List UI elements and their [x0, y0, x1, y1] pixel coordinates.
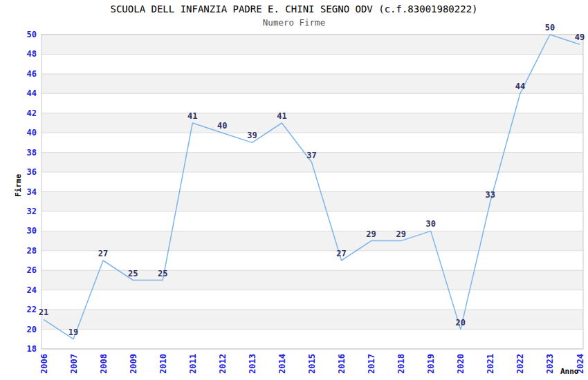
data-label: 40 [217, 121, 227, 131]
data-label: 33 [486, 190, 495, 200]
data-label: 21 [39, 307, 48, 317]
data-label: 39 [247, 131, 257, 140]
plot-band [42, 74, 583, 93]
y-tick-label: 28 [27, 246, 37, 256]
data-label: 41 [187, 111, 197, 121]
data-label: 50 [545, 23, 555, 32]
data-label: 29 [396, 229, 405, 239]
x-tick-label: 2006 [39, 354, 49, 374]
y-tick-label: 46 [27, 69, 37, 79]
plot-band [42, 35, 583, 54]
data-label: 25 [128, 269, 138, 278]
data-label: 29 [366, 229, 376, 239]
plot-band [42, 231, 583, 250]
y-tick-label: 24 [27, 285, 37, 295]
x-tick-label: 2007 [69, 354, 79, 374]
plot-band [42, 192, 583, 211]
y-tick-label: 40 [27, 128, 37, 137]
x-tick-label: 2023 [545, 354, 555, 374]
data-label: 44 [515, 82, 525, 91]
x-tick-label: 2018 [396, 354, 406, 374]
x-tick-label: 2010 [158, 354, 168, 374]
y-tick-label: 50 [27, 30, 37, 39]
data-label: 27 [336, 249, 346, 258]
data-label: 37 [306, 151, 316, 160]
y-tick-label: 20 [27, 325, 37, 334]
data-label: 25 [158, 269, 167, 278]
x-tick-label: 2016 [337, 354, 347, 374]
y-tick-label: 34 [27, 187, 37, 197]
x-tick-label: 2009 [129, 354, 138, 374]
x-tick-label: 2022 [515, 354, 525, 374]
x-axis-title: Anno [560, 367, 579, 376]
data-label: 30 [425, 219, 435, 229]
x-tick-label: 2012 [218, 354, 228, 374]
data-label: 27 [98, 249, 108, 258]
data-label: 49 [575, 32, 585, 42]
y-tick-label: 42 [27, 108, 37, 118]
data-label: 41 [277, 111, 286, 121]
y-tick-label: 44 [27, 88, 37, 98]
data-label: 20 [456, 318, 466, 327]
y-tick-label: 26 [27, 265, 37, 275]
y-tick-label: 36 [27, 167, 37, 177]
x-tick-label: 2017 [367, 354, 376, 374]
x-tick-label: 2013 [248, 354, 257, 374]
chart-container: SCUOLA DELL INFANZIA PADRE E. CHINI SEGN… [0, 0, 588, 380]
data-label: 19 [68, 327, 78, 337]
x-tick-label: 2011 [188, 354, 198, 374]
y-tick-label: 18 [27, 344, 37, 354]
x-tick-label: 2019 [426, 354, 436, 374]
x-tick-label: 2014 [277, 354, 287, 374]
x-tick-label: 2015 [307, 354, 317, 374]
y-tick-label: 48 [27, 49, 37, 59]
y-tick-label: 22 [27, 305, 37, 314]
y-axis-title: Firme [14, 165, 23, 207]
x-tick-label: 2021 [486, 354, 495, 374]
plot-band [42, 310, 583, 329]
y-tick-label: 38 [27, 148, 37, 158]
plot-band [42, 113, 583, 133]
line-chart: 2119272525414039413727292930203344504918… [0, 0, 588, 380]
x-tick-label: 2020 [456, 354, 466, 374]
x-tick-label: 2008 [99, 354, 109, 374]
y-tick-label: 32 [27, 207, 37, 216]
y-tick-label: 30 [27, 226, 37, 236]
